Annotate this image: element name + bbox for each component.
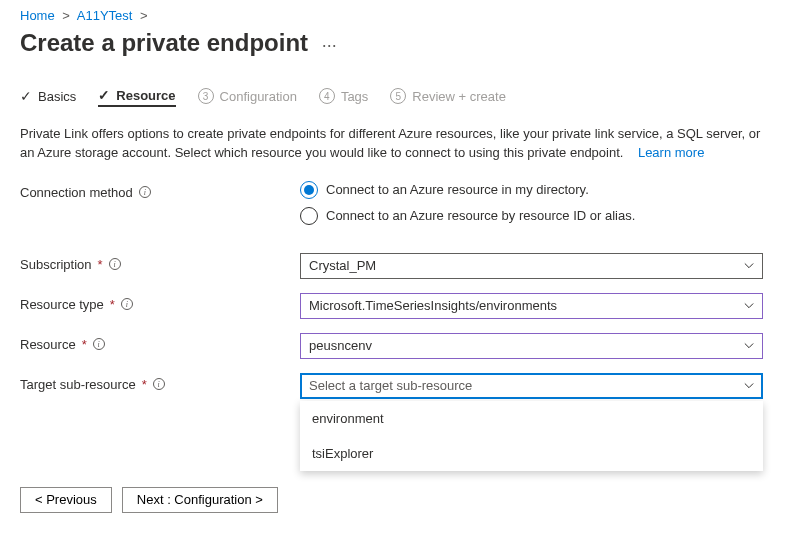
- select-value: Crystal_PM: [309, 258, 376, 273]
- tab-basics[interactable]: ✓ Basics: [20, 88, 76, 106]
- chevron-down-icon: [744, 381, 754, 391]
- previous-button[interactable]: < Previous: [20, 487, 112, 513]
- label-text: Resource type: [20, 297, 104, 312]
- radio-label: Connect to an Azure resource by resource…: [326, 208, 635, 223]
- chevron-down-icon: [744, 261, 754, 271]
- info-icon[interactable]: [109, 258, 121, 270]
- resource-type-select[interactable]: Microsoft.TimeSeriesInsights/environment…: [300, 293, 763, 319]
- required-icon: *: [82, 337, 87, 352]
- radio-icon: [300, 207, 318, 225]
- tab-label: Resource: [116, 88, 175, 103]
- row-resource: Resource * peusncenv: [20, 333, 763, 359]
- step-number-icon: 4: [319, 88, 335, 104]
- required-icon: *: [110, 297, 115, 312]
- label-text: Target sub-resource: [20, 377, 136, 392]
- label-target-sub-resource: Target sub-resource *: [20, 373, 300, 392]
- tab-label: Review + create: [412, 89, 506, 104]
- info-icon[interactable]: [153, 378, 165, 390]
- breadcrumb-sep: >: [140, 8, 148, 23]
- next-button[interactable]: Next : Configuration >: [122, 487, 278, 513]
- wizard-tabs: ✓ Basics ✓ Resource 3 Configuration 4 Ta…: [20, 87, 763, 107]
- radio-connect-resource-id[interactable]: Connect to an Azure resource by resource…: [300, 207, 763, 225]
- check-icon: ✓: [20, 88, 32, 104]
- tab-label: Tags: [341, 89, 368, 104]
- select-value: Microsoft.TimeSeriesInsights/environment…: [309, 298, 557, 313]
- row-resource-type: Resource type * Microsoft.TimeSeriesInsi…: [20, 293, 763, 319]
- learn-more-link[interactable]: Learn more: [638, 145, 704, 160]
- label-text: Resource: [20, 337, 76, 352]
- breadcrumb-a11ytest[interactable]: A11YTest: [77, 8, 133, 23]
- chevron-down-icon: [744, 301, 754, 311]
- breadcrumb: Home > A11YTest >: [20, 8, 763, 23]
- info-icon[interactable]: [93, 338, 105, 350]
- tab-configuration[interactable]: 3 Configuration: [198, 88, 297, 106]
- select-placeholder: Select a target sub-resource: [309, 378, 472, 393]
- dropdown-option-environment[interactable]: environment: [300, 401, 763, 436]
- resource-select[interactable]: peusncenv: [300, 333, 763, 359]
- description-text: Private Link offers options to create pr…: [20, 125, 763, 163]
- dropdown-option-tsiexplorer[interactable]: tsiExplorer: [300, 436, 763, 471]
- info-icon[interactable]: [121, 298, 133, 310]
- radio-icon: [300, 181, 318, 199]
- form: Connection method Connect to an Azure re…: [20, 181, 763, 399]
- select-value: peusncenv: [309, 338, 372, 353]
- tab-label: Basics: [38, 89, 76, 104]
- breadcrumb-sep: >: [62, 8, 70, 23]
- more-actions-button[interactable]: ···: [322, 35, 337, 56]
- target-sub-resource-dropdown: environment tsiExplorer: [300, 401, 763, 471]
- required-icon: *: [142, 377, 147, 392]
- connection-method-radios: Connect to an Azure resource in my direc…: [300, 181, 763, 233]
- breadcrumb-home[interactable]: Home: [20, 8, 55, 23]
- required-icon: *: [98, 257, 103, 272]
- tab-label: Configuration: [220, 89, 297, 104]
- label-resource-type: Resource type *: [20, 293, 300, 312]
- page-title: Create a private endpoint: [20, 29, 308, 57]
- tab-review-create[interactable]: 5 Review + create: [390, 88, 506, 106]
- target-sub-resource-select[interactable]: Select a target sub-resource: [300, 373, 763, 399]
- label-resource: Resource *: [20, 333, 300, 352]
- label-text: Connection method: [20, 185, 133, 200]
- row-target-sub-resource: Target sub-resource * Select a target su…: [20, 373, 763, 399]
- step-number-icon: 3: [198, 88, 214, 104]
- label-subscription: Subscription *: [20, 253, 300, 272]
- radio-label: Connect to an Azure resource in my direc…: [326, 182, 589, 197]
- radio-connect-directory[interactable]: Connect to an Azure resource in my direc…: [300, 181, 763, 199]
- tab-tags[interactable]: 4 Tags: [319, 88, 368, 106]
- row-subscription: Subscription * Crystal_PM: [20, 253, 763, 279]
- subscription-select[interactable]: Crystal_PM: [300, 253, 763, 279]
- check-icon: ✓: [98, 87, 110, 103]
- label-text: Subscription: [20, 257, 92, 272]
- chevron-down-icon: [744, 341, 754, 351]
- label-connection-method: Connection method: [20, 181, 300, 200]
- tab-resource[interactable]: ✓ Resource: [98, 87, 175, 107]
- info-icon[interactable]: [139, 186, 151, 198]
- step-number-icon: 5: [390, 88, 406, 104]
- row-connection-method: Connection method Connect to an Azure re…: [20, 181, 763, 233]
- wizard-footer: < Previous Next : Configuration >: [20, 487, 763, 513]
